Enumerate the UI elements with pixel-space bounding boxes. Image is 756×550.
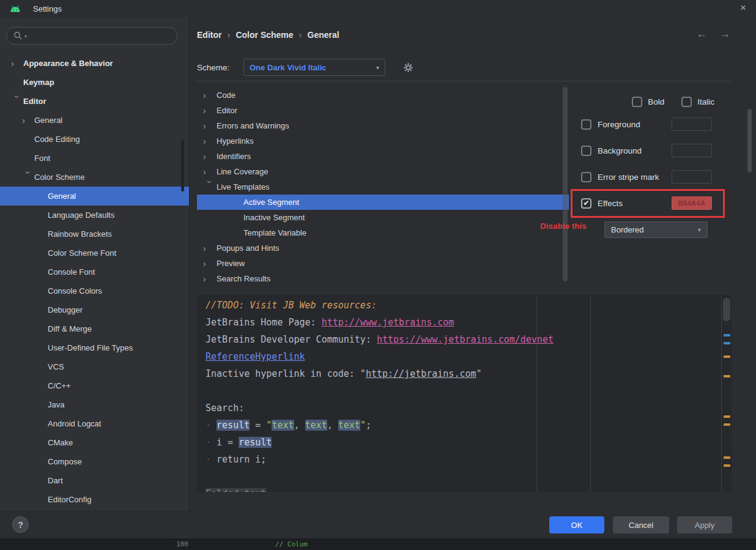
sidebar-item-dart[interactable]: Dart xyxy=(0,471,189,490)
background-text-fragment: 100 xyxy=(176,540,188,548)
sidebar-item-keymap[interactable]: Keymap xyxy=(0,73,189,92)
breadcrumb-item-color-scheme[interactable]: Color Scheme xyxy=(235,30,293,40)
sidebar-item-font[interactable]: Font xyxy=(0,149,189,168)
scheme-option-tree-panel: ›Code›Editor›Errors and Warnings›Hyperli… xyxy=(197,86,569,289)
chevron-right-icon: › xyxy=(203,244,217,253)
sidebar-item-console-font[interactable]: Console Font xyxy=(0,262,189,281)
code-line xyxy=(206,382,732,399)
sidebar-item-cmake[interactable]: CMake xyxy=(0,433,189,452)
sidebar-item-user-defined-file-types[interactable]: User-Defined File Types xyxy=(0,338,189,357)
android-logo-icon xyxy=(10,5,21,13)
tree-item-label: Hyperlinks xyxy=(217,136,254,146)
preview-code: //TODO: Visit JB Web resources:JetBrains… xyxy=(197,296,732,492)
search-result-highlight: text xyxy=(338,420,360,431)
chevron-right-icon: › xyxy=(203,137,217,146)
tree-item-errors-and-warnings[interactable]: ›Errors and Warnings xyxy=(197,118,569,133)
apply-button[interactable]: Apply xyxy=(677,516,732,533)
tree-item-label: Errors and Warnings xyxy=(217,121,289,130)
option-row-foreground: Foreground xyxy=(581,116,732,132)
bold-label: Bold xyxy=(648,97,664,106)
breadcrumb-item-editor[interactable]: Editor xyxy=(197,30,221,40)
sidebar-item-compose[interactable]: Compose xyxy=(0,452,189,471)
tree-scrollbar-thumb[interactable] xyxy=(563,87,568,281)
gear-icon[interactable] xyxy=(403,62,413,73)
sidebar-item-editorconfig[interactable]: EditorConfig xyxy=(0,490,189,509)
tree-item-preview[interactable]: ›Preview xyxy=(197,256,569,271)
sidebar-item-general[interactable]: ›General xyxy=(0,111,189,130)
reference-hyperlink-text: ReferenceHyperlink xyxy=(206,351,305,362)
code-text: JetBrains Home Page: xyxy=(206,317,322,328)
help-button[interactable]: ? xyxy=(12,516,29,533)
sidebar-item-code-editing[interactable]: Code Editing xyxy=(0,130,189,149)
close-icon[interactable]: × xyxy=(740,2,746,14)
preview-scrollbar-thumb[interactable] xyxy=(723,298,730,321)
foreground-color-field[interactable] xyxy=(672,117,712,131)
back-arrow-icon[interactable]: ← xyxy=(696,28,707,40)
effects-color-field[interactable]: B54A4A xyxy=(672,196,712,210)
scheme-dropdown[interactable]: One Dark Vivid Italic ▾ xyxy=(243,59,385,76)
background-color-field[interactable] xyxy=(672,144,712,157)
sidebar-item-debugger[interactable]: Debugger xyxy=(0,300,189,319)
sidebar-item-java[interactable]: Java xyxy=(0,395,189,414)
option-label: Error stripe mark xyxy=(598,173,659,182)
sidebar-scrollbar-thumb[interactable] xyxy=(181,139,184,191)
sidebar-item-label: Keymap xyxy=(23,78,54,87)
stripe-mark xyxy=(724,456,730,459)
tree-item-label: Preview xyxy=(217,259,245,268)
sidebar-item-c-c[interactable]: C/C++ xyxy=(0,376,189,395)
effects-checkbox[interactable]: ✔ xyxy=(581,198,591,209)
sidebar-item-editor[interactable]: ›Editor xyxy=(0,92,189,111)
tree-item-hyperlinks[interactable]: ›Hyperlinks xyxy=(197,133,569,149)
tree-item-search-results[interactable]: ›Search Results xyxy=(197,271,569,286)
search-icon xyxy=(13,31,23,40)
annotation-text: Disable this xyxy=(540,221,587,231)
sidebar-item-color-scheme[interactable]: ›Color Scheme xyxy=(0,168,189,187)
stripe-mark xyxy=(724,375,730,377)
sidebar-item-android-logcat[interactable]: Android Logcat xyxy=(0,414,189,433)
tree-item-editor[interactable]: ›Editor xyxy=(197,103,569,118)
sidebar-item-label: Java xyxy=(48,400,64,409)
sidebar-item-console-colors[interactable]: Console Colors xyxy=(0,281,189,300)
sidebar-item-label: Compose xyxy=(48,457,82,466)
sidebar-item-label: General xyxy=(48,191,76,201)
forward-arrow-icon[interactable]: → xyxy=(719,28,730,40)
chevron-right-icon: › xyxy=(203,106,217,115)
ok-button[interactable]: OK xyxy=(549,516,604,533)
tree-item-inactive-segment[interactable]: Inactive Segment xyxy=(197,210,569,225)
tree-item-label: Template Variable xyxy=(243,228,306,237)
sidebar-item-diff-merge[interactable]: Diff & Merge xyxy=(0,319,189,338)
sidebar-item-color-scheme-font[interactable]: Color Scheme Font xyxy=(0,243,189,262)
sidebar-item-vcs[interactable]: VCS xyxy=(0,357,189,376)
tree-item-code[interactable]: ›Code xyxy=(197,87,569,103)
sidebar-item-language-defaults[interactable]: Language Defaults xyxy=(0,206,189,225)
error-stripe-mark-checkbox[interactable] xyxy=(581,172,591,182)
error-stripe-mark-color-field[interactable] xyxy=(672,170,712,184)
bold-checkbox[interactable] xyxy=(632,97,642,107)
tree-item-live-templates[interactable]: ›Live Templates xyxy=(197,179,569,195)
tree-item-active-segment[interactable]: Active Segment xyxy=(197,195,569,210)
stripe-mark xyxy=(724,334,730,336)
italic-checkbox[interactable] xyxy=(681,97,692,107)
tree-item-identifiers[interactable]: ›Identifiers xyxy=(197,149,569,164)
tree-item-template-variable[interactable]: Template Variable xyxy=(197,225,569,240)
foreground-checkbox[interactable] xyxy=(581,119,591,130)
search-input[interactable] xyxy=(29,27,177,45)
tree-item-popups-and-hints[interactable]: ›Popups and Hints xyxy=(197,240,569,256)
breadcrumb-separator: › xyxy=(227,29,230,40)
window-scrollbar-thumb[interactable] xyxy=(747,109,752,173)
background-strip: 100// Colum xyxy=(0,538,756,550)
chevron-right-icon: › xyxy=(22,116,34,125)
chevron-right-icon: › xyxy=(203,91,217,100)
string-text: , xyxy=(327,420,338,431)
effect-type-dropdown[interactable]: Bordered ▾ xyxy=(604,221,708,238)
code-line: · i = result xyxy=(206,434,732,451)
code-text: Search: xyxy=(206,403,244,414)
sidebar-item-rainbow-brackets[interactable]: Rainbow Brackets xyxy=(0,225,189,243)
sidebar-item-general[interactable]: General xyxy=(0,187,189,206)
sidebar-item-appearance-behavior[interactable]: ›Appearance & Behavior xyxy=(0,54,189,73)
background-checkbox[interactable] xyxy=(581,146,591,156)
tree-item-line-coverage[interactable]: ›Line Coverage xyxy=(197,164,569,179)
breadcrumb: Editor › Color Scheme › General xyxy=(197,29,339,40)
cancel-button[interactable]: Cancel xyxy=(613,516,669,533)
sidebar-search-box[interactable]: ▾ xyxy=(6,27,177,45)
